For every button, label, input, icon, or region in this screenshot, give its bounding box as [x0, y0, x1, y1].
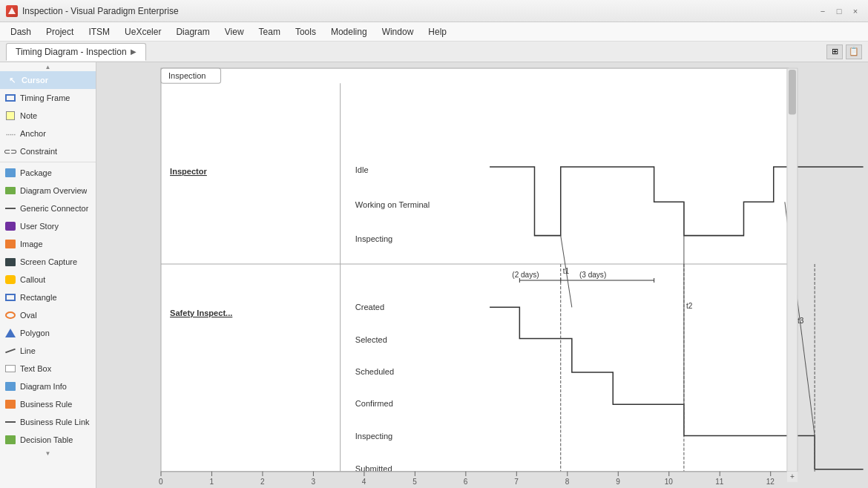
- generic-connector-icon: [4, 202, 16, 214]
- app-icon: [6, 5, 18, 17]
- app-title: Inspection - Visual Paradigm Enterprise: [22, 6, 816, 16]
- svg-text:5: 5: [412, 478, 417, 486]
- menu-item-tools[interactable]: Tools: [288, 24, 323, 39]
- timing-frame-icon: [4, 92, 16, 104]
- svg-text:Inspection: Inspection: [168, 71, 206, 80]
- screen-capture-icon: [4, 256, 16, 268]
- menu-item-diagram[interactable]: Diagram: [168, 24, 217, 39]
- note-icon: [4, 110, 16, 122]
- polygon-tool[interactable]: Polygon: [0, 324, 96, 342]
- oval-icon: [4, 309, 16, 321]
- svg-rect-61: [787, 68, 798, 472]
- svg-rect-62: [789, 70, 796, 114]
- user-story-icon: [4, 220, 16, 232]
- cursor-icon: ↖: [6, 74, 18, 86]
- menu-item-team[interactable]: Team: [251, 24, 288, 39]
- diagram-info-tool[interactable]: Diagram Info: [0, 377, 96, 395]
- timing-frame-tool[interactable]: Timing Frame: [0, 89, 96, 107]
- maximize-button[interactable]: □: [832, 4, 846, 18]
- generic-connector-tool[interactable]: Generic Connector: [0, 200, 96, 217]
- anchor-icon: ·····: [4, 128, 16, 139]
- screen-capture-label: Screen Capture: [20, 257, 77, 266]
- line-label: Line: [20, 346, 36, 355]
- diagram-overview-tool[interactable]: Diagram Overview: [0, 182, 96, 200]
- anchor-tool[interactable]: ····· Anchor: [0, 125, 96, 142]
- menu-item-modeling[interactable]: Modeling: [323, 24, 375, 39]
- svg-text:11: 11: [715, 478, 724, 486]
- diagram-overview-label: Diagram Overview: [20, 186, 87, 195]
- active-tab[interactable]: Timing Diagram - Inspection ▶: [6, 43, 146, 61]
- title-bar: Inspection - Visual Paradigm Enterprise …: [0, 0, 868, 22]
- minimize-button[interactable]: −: [816, 4, 829, 18]
- tab-label: Timing Diagram - Inspection: [16, 47, 127, 57]
- oval-tool[interactable]: Oval: [0, 306, 96, 324]
- diagram-svg: Inspection Inspector Idle Working on Ter…: [96, 62, 868, 488]
- user-story-label: User Story: [20, 222, 59, 231]
- toolbar-icon-1[interactable]: ⊞: [826, 44, 843, 59]
- text-box-icon: [4, 363, 16, 375]
- menu-bar: DashProjectITSMUeXcelerDiagramViewTeamTo…: [0, 22, 868, 42]
- business-rule-label: Business Rule: [20, 400, 72, 409]
- svg-text:Created: Created: [355, 303, 384, 311]
- rectangle-label: Rectangle: [20, 293, 57, 302]
- panel-expand-top[interactable]: ▲: [0, 62, 96, 71]
- separator-1: [0, 162, 96, 162]
- tab-bar: Timing Diagram - Inspection ▶ ⊞ 📋: [0, 42, 868, 62]
- panel-expand-bottom[interactable]: ▼: [0, 449, 96, 458]
- business-rule-icon: [4, 398, 16, 410]
- tab-arrow: ▶: [131, 47, 137, 56]
- menu-item-view[interactable]: View: [217, 24, 251, 39]
- image-tool[interactable]: Image: [0, 235, 96, 253]
- svg-text:8: 8: [565, 478, 570, 486]
- svg-text:+: +: [790, 472, 795, 481]
- business-rule-link-icon: [4, 416, 16, 428]
- image-icon: [4, 238, 16, 250]
- svg-text:Confirmed: Confirmed: [355, 399, 393, 408]
- svg-text:Inspecting: Inspecting: [355, 234, 392, 243]
- oval-label: Oval: [20, 311, 37, 320]
- constraint-icon: ⊂⊃: [4, 145, 16, 157]
- svg-text:10: 10: [665, 478, 674, 486]
- diagram-info-label: Diagram Info: [20, 382, 67, 391]
- left-panel: ▲ ↖ Cursor Timing Frame Note ····· Ancho…: [0, 62, 96, 488]
- menu-item-uexceler[interactable]: UeXceler: [117, 24, 168, 39]
- package-tool[interactable]: Package: [0, 164, 96, 182]
- svg-text:Scheduled: Scheduled: [355, 367, 394, 376]
- user-story-tool[interactable]: User Story: [0, 217, 96, 235]
- constraint-tool[interactable]: ⊂⊃ Constraint: [0, 142, 96, 160]
- cursor-tool[interactable]: ↖ Cursor: [0, 71, 96, 89]
- callout-tool[interactable]: Callout: [0, 271, 96, 288]
- screen-capture-tool[interactable]: Screen Capture: [0, 253, 96, 271]
- text-box-tool[interactable]: Text Box: [0, 360, 96, 377]
- note-tool[interactable]: Note: [0, 107, 96, 125]
- svg-text:1: 1: [209, 478, 214, 486]
- diagram-overview-icon: [4, 185, 16, 197]
- text-box-label: Text Box: [20, 364, 51, 373]
- line-tool[interactable]: Line: [0, 342, 96, 360]
- svg-text:Inspector: Inspector: [170, 167, 207, 176]
- anchor-label: Anchor: [20, 129, 46, 138]
- svg-text:Safety Inspect...: Safety Inspect...: [170, 309, 232, 317]
- callout-icon: [4, 274, 16, 286]
- menu-item-help[interactable]: Help: [421, 24, 454, 39]
- toolbar-icon-2[interactable]: 📋: [846, 44, 862, 59]
- close-button[interactable]: ×: [849, 4, 862, 18]
- menu-item-window[interactable]: Window: [375, 24, 421, 39]
- rectangle-icon: [4, 291, 16, 303]
- menu-item-itsm[interactable]: ITSM: [81, 24, 117, 39]
- menu-item-dash[interactable]: Dash: [3, 24, 39, 39]
- rectangle-tool[interactable]: Rectangle: [0, 288, 96, 306]
- business-rule-link-tool[interactable]: Business Rule Link: [0, 413, 96, 431]
- svg-text:Selected: Selected: [355, 335, 387, 344]
- svg-marker-0: [8, 7, 16, 14]
- business-rule-tool[interactable]: Business Rule: [0, 395, 96, 413]
- canvas-area[interactable]: Inspection Inspector Idle Working on Ter…: [96, 62, 868, 488]
- polygon-icon: [4, 327, 16, 339]
- decision-table-tool[interactable]: Decision Table: [0, 431, 96, 449]
- generic-connector-label: Generic Connector: [20, 204, 88, 213]
- menu-item-project[interactable]: Project: [39, 24, 81, 39]
- svg-text:6: 6: [464, 478, 468, 486]
- timing-frame-label: Timing Frame: [20, 93, 70, 102]
- svg-text:2: 2: [260, 478, 265, 486]
- image-label: Image: [20, 240, 43, 248]
